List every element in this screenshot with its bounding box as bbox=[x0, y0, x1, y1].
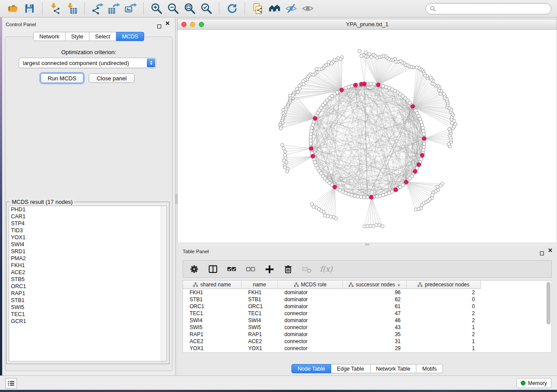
mcds-result-item[interactable]: PMA2 bbox=[9, 255, 166, 262]
mcds-list-scrollbar[interactable] bbox=[161, 206, 166, 361]
column-header-name[interactable]: name bbox=[242, 281, 278, 289]
mcds-result-item[interactable]: TID3 bbox=[9, 227, 166, 234]
network-window-title: YPA_prune.txt_1 bbox=[178, 21, 557, 28]
mcds-result-item[interactable]: TEC1 bbox=[9, 311, 166, 318]
split-panel-button[interactable] bbox=[207, 263, 218, 275]
mcds-result-item[interactable]: FKH1 bbox=[9, 262, 166, 269]
deselect-all-icon bbox=[246, 264, 256, 274]
mcds-result-list[interactable]: PHD1CAR1STP4TID3YOX1SWI4SRD1PMA2FKH1ACE2… bbox=[9, 206, 167, 361]
zoom-out-button[interactable] bbox=[165, 2, 181, 16]
zoom-fit-button[interactable] bbox=[181, 2, 198, 16]
table-tab-edge-table[interactable]: Edge Table bbox=[331, 364, 370, 373]
table-cell: FKH1 bbox=[242, 289, 278, 296]
mcds-result-item[interactable]: STP4 bbox=[9, 220, 166, 227]
column-header-predecessor-nodes[interactable]: predecessor nodes bbox=[407, 281, 481, 289]
splitter-grip[interactable] bbox=[365, 244, 369, 245]
table-scrollbar-thumb[interactable] bbox=[547, 282, 550, 324]
refresh-network-button[interactable] bbox=[224, 2, 240, 16]
table-row[interactable]: ACE2ACE2connector311 bbox=[183, 338, 481, 345]
desktop-wallpaper-bottom bbox=[0, 390, 557, 392]
hide-elements-button[interactable] bbox=[283, 2, 299, 16]
table-row[interactable]: ORC1ORC1dominator610 bbox=[183, 303, 481, 310]
attribute-type-icon bbox=[294, 282, 299, 287]
export-network-button[interactable] bbox=[89, 2, 106, 16]
toolbar-separator bbox=[143, 3, 144, 15]
deselect-all-button[interactable] bbox=[245, 263, 256, 275]
tab-mcds[interactable]: MCDS bbox=[116, 32, 144, 41]
export-image-button[interactable] bbox=[122, 2, 139, 16]
delete-column-button[interactable] bbox=[282, 263, 294, 275]
network-graph[interactable] bbox=[178, 30, 557, 243]
dropdown-stepper-icon bbox=[147, 58, 155, 67]
import-table-button[interactable] bbox=[63, 2, 80, 16]
table-cell: 96 bbox=[343, 289, 407, 296]
mcds-result-item[interactable]: PHD1 bbox=[9, 206, 166, 213]
table-cell: 46 bbox=[343, 317, 407, 324]
table-cell: 0 bbox=[407, 303, 481, 310]
split-panel-icon bbox=[208, 264, 218, 274]
show-elements-button[interactable] bbox=[299, 2, 316, 16]
table-row[interactable]: SWI5SWI5connector431 bbox=[183, 324, 481, 331]
table-tab-network-table[interactable]: Network Table bbox=[370, 364, 417, 373]
mcds-result-item[interactable]: RAP1 bbox=[9, 290, 166, 297]
network-view-canvas[interactable] bbox=[177, 30, 557, 243]
table-row[interactable]: YOX1YOX1connector291 bbox=[183, 345, 481, 352]
search-box[interactable] bbox=[426, 3, 551, 14]
mcds-result-item[interactable]: STB1 bbox=[9, 297, 166, 304]
close-panel-icon[interactable]: ✕ bbox=[548, 248, 553, 252]
task-history-button[interactable] bbox=[5, 378, 17, 389]
column-header-MCDS-role[interactable]: MCDS role bbox=[278, 281, 343, 289]
table-cell: 29 bbox=[343, 345, 407, 352]
table-tab-node-table[interactable]: Node Table bbox=[291, 364, 331, 373]
optimization-criterion-label: Optimization criterion: bbox=[2, 49, 175, 55]
import-network-button[interactable] bbox=[47, 2, 63, 16]
zoom-in-icon bbox=[151, 3, 163, 14]
mcds-result-item[interactable]: ORC1 bbox=[9, 283, 166, 290]
run-mcds-button[interactable]: Run MCDS bbox=[41, 73, 83, 83]
zoom-in-button[interactable] bbox=[148, 2, 165, 16]
mcds-result-item[interactable]: SWI5 bbox=[9, 304, 166, 311]
mcds-result-item[interactable]: GCR1 bbox=[9, 318, 166, 325]
mcds-result-item[interactable]: STB5 bbox=[9, 276, 166, 283]
network-overview-button[interactable] bbox=[266, 2, 283, 16]
tab-style[interactable]: Style bbox=[66, 32, 90, 41]
mcds-result-item[interactable]: YOX1 bbox=[9, 234, 166, 241]
export-image-icon bbox=[125, 3, 137, 14]
criterion-dropdown[interactable]: largest connected component (undirected) bbox=[19, 58, 156, 68]
clone-network-button[interactable] bbox=[249, 2, 266, 16]
table-cell: STB1 bbox=[183, 296, 242, 303]
select-all-button[interactable] bbox=[226, 263, 237, 275]
table-row[interactable]: RAP1RAP1dominator352 bbox=[183, 331, 481, 338]
search-input[interactable] bbox=[438, 6, 547, 12]
node-table[interactable]: shared namenameMCDS rolesuccessor nodes∨… bbox=[183, 280, 552, 353]
memory-button[interactable]: Memory bbox=[516, 378, 551, 388]
table-tab-motifs[interactable]: Motifs bbox=[416, 364, 443, 373]
network-window-titlebar[interactable]: YPA_prune.txt_1 bbox=[177, 19, 557, 30]
table-row[interactable]: PHD1PHD1dominator180 bbox=[183, 352, 481, 353]
table-settings-button[interactable] bbox=[188, 263, 200, 275]
mcds-result-item[interactable]: ACE2 bbox=[9, 269, 166, 276]
add-column-button[interactable] bbox=[263, 263, 275, 275]
export-table-button[interactable] bbox=[106, 2, 122, 16]
zoom-selected-button[interactable] bbox=[198, 2, 214, 16]
open-file-button[interactable] bbox=[4, 2, 21, 16]
save-session-button[interactable] bbox=[21, 2, 38, 16]
column-header-successor-nodes[interactable]: successor nodes∨ bbox=[343, 281, 407, 289]
tab-select[interactable]: Select bbox=[90, 32, 117, 41]
close-panel-icon[interactable]: ✕ bbox=[165, 21, 170, 25]
mcds-result-item[interactable]: SRD1 bbox=[9, 248, 166, 255]
table-row[interactable]: SWI4SWI4dominator462 bbox=[183, 317, 481, 324]
mcds-result-item[interactable]: CAR1 bbox=[9, 213, 166, 220]
float-panel-icon[interactable] bbox=[540, 249, 544, 257]
close-panel-button[interactable]: Close panel bbox=[89, 73, 135, 83]
sort-desc-icon: ∨ bbox=[397, 282, 400, 287]
delete-column-icon bbox=[283, 264, 293, 274]
mcds-result-title: MCDS result (17 nodes) bbox=[10, 199, 74, 205]
table-row[interactable]: FKH1FKH1dominator962 bbox=[183, 289, 481, 296]
tab-network[interactable]: Network bbox=[33, 32, 66, 41]
table-row[interactable]: STB1STB1dominator620 bbox=[183, 296, 481, 303]
mcds-result-item[interactable]: SWI4 bbox=[9, 241, 166, 248]
column-header-shared-name[interactable]: shared name bbox=[183, 281, 242, 289]
float-panel-icon[interactable] bbox=[157, 22, 161, 30]
table-row[interactable]: TEC1TEC1connector472 bbox=[183, 310, 481, 317]
